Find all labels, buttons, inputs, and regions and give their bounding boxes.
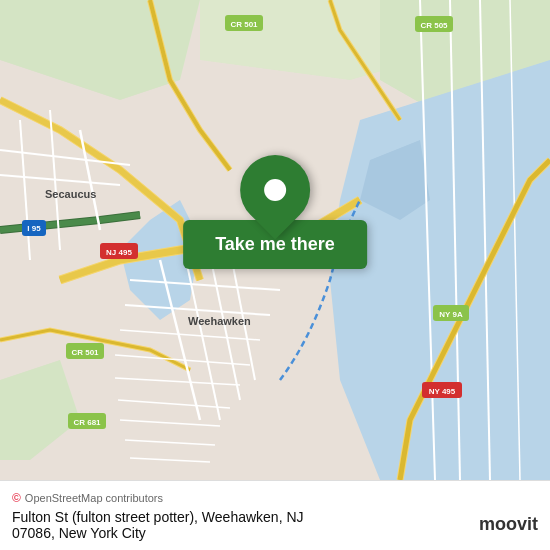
svg-text:NJ 495: NJ 495 xyxy=(106,248,132,257)
osm-logo: © xyxy=(12,491,21,505)
map-pin-inner xyxy=(264,179,286,201)
moovit-text: moovit xyxy=(479,514,538,535)
cta-container: Take me there xyxy=(183,155,367,269)
svg-text:Weehawken: Weehawken xyxy=(188,315,251,327)
svg-text:CR 681: CR 681 xyxy=(73,418,101,427)
svg-text:Secaucus: Secaucus xyxy=(45,188,96,200)
moovit-logo: moovit xyxy=(479,514,538,535)
svg-text:CR 501: CR 501 xyxy=(230,20,258,29)
attribution-row: © OpenStreetMap contributors xyxy=(12,491,538,505)
svg-text:NY 9A: NY 9A xyxy=(439,310,463,319)
address-line2: 07086, New York City xyxy=(12,525,304,541)
svg-text:I 95: I 95 xyxy=(27,224,41,233)
address-row: Fulton St (fulton street potter), Weehaw… xyxy=(12,509,538,541)
map-container: CR 501 CR 505 I 95 NJ 495 CR 501 CR 681 … xyxy=(0,0,550,480)
address-block: Fulton St (fulton street potter), Weehaw… xyxy=(12,509,304,541)
svg-marker-5 xyxy=(330,60,550,480)
svg-text:CR 505: CR 505 xyxy=(420,21,448,30)
address-line1: Fulton St (fulton street potter), Weehaw… xyxy=(12,509,304,525)
bottom-bar: © OpenStreetMap contributors Fulton St (… xyxy=(0,480,550,550)
attribution-text: OpenStreetMap contributors xyxy=(25,492,163,504)
svg-text:CR 501: CR 501 xyxy=(71,348,99,357)
svg-text:NY 495: NY 495 xyxy=(429,387,456,396)
